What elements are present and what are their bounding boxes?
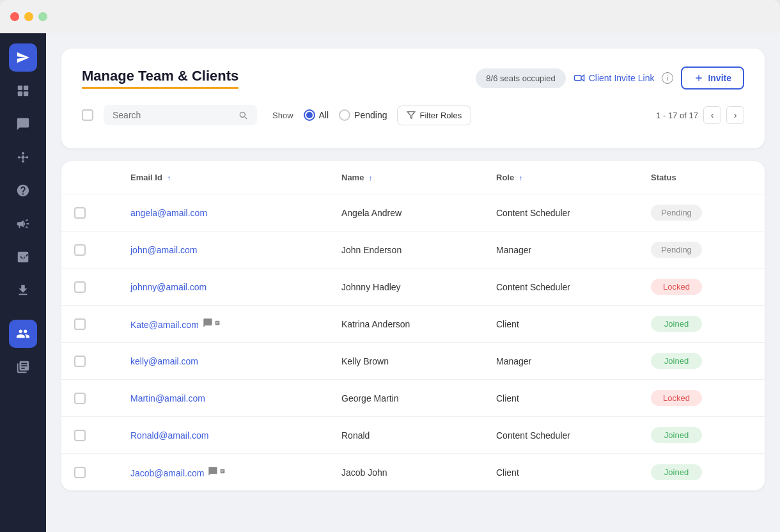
radio-pending-circle	[339, 109, 350, 121]
status-badge: Pending	[651, 242, 702, 258]
row-checkbox[interactable]	[74, 207, 86, 219]
col-header-email[interactable]: Email Id ↑	[118, 161, 329, 194]
col-email-label: Email Id	[130, 173, 162, 182]
navigation-icon[interactable]	[9, 43, 37, 72]
row-email-link[interactable]: john@amail.com	[130, 245, 197, 255]
megaphone-icon[interactable]	[9, 210, 37, 238]
col-header-status: Status	[638, 161, 765, 194]
row-checkbox-cell	[61, 417, 118, 454]
row-checkbox[interactable]	[74, 281, 86, 293]
chat-icon[interactable]	[9, 110, 37, 138]
search-box[interactable]	[104, 105, 257, 125]
row-name-cell: Katrina Anderson	[329, 306, 483, 343]
svg-rect-20	[221, 469, 225, 474]
row-status-cell: Locked	[638, 380, 765, 417]
library-icon[interactable]	[9, 353, 37, 381]
svg-rect-2	[18, 91, 22, 96]
radio-all-label: All	[319, 110, 329, 120]
row-email-cell: Jacob@amail.com	[118, 454, 329, 491]
row-role-cell: Client	[483, 306, 638, 343]
invite-link-label: Client Invite Link	[589, 73, 655, 83]
row-checkbox[interactable]	[74, 393, 86, 404]
search-input[interactable]	[113, 110, 233, 120]
row-checkbox-cell	[61, 343, 118, 380]
status-badge: Joined	[651, 427, 702, 443]
members-table: Email Id ↑ Name ↑ Role ↑ Status	[61, 161, 765, 490]
svg-rect-0	[18, 86, 22, 90]
col-header-role[interactable]: Role ↑	[483, 161, 638, 194]
info-icon[interactable]: i	[662, 72, 673, 84]
row-role-cell: Manager	[483, 231, 638, 269]
prev-page-button[interactable]: ‹	[703, 106, 721, 124]
show-label: Show	[272, 111, 293, 120]
svg-point-6	[26, 156, 29, 159]
title-bar	[0, 0, 780, 33]
row-checkbox-cell	[61, 194, 118, 231]
support-icon[interactable]	[9, 176, 37, 205]
row-email-link[interactable]: Kate@amail.com	[130, 320, 199, 330]
invite-button-label: Invite	[708, 73, 731, 83]
table-row: Martin@amail.com George Martin Client Lo…	[61, 380, 765, 417]
main-content: Manage Team & Clients 8/6 seats occupied…	[46, 33, 780, 532]
radio-pending[interactable]: Pending	[339, 109, 387, 121]
analytics-icon[interactable]	[9, 243, 37, 271]
svg-point-5	[18, 156, 20, 159]
row-checkbox[interactable]	[74, 356, 86, 367]
invite-link-button[interactable]: Client Invite Link	[573, 72, 655, 84]
table-row: kelly@amail.com Kelly Brown Manager Join…	[61, 343, 765, 380]
row-checkbox-cell	[61, 380, 118, 417]
svg-rect-14	[22, 256, 24, 260]
row-name-cell: Kelly Brown	[329, 343, 483, 380]
chat-bubble-icon	[203, 318, 221, 328]
row-email-cell: Ronald@amail.com	[118, 417, 329, 454]
row-status-cell: Joined	[638, 454, 765, 491]
row-status-cell: Locked	[638, 269, 765, 306]
row-email-link[interactable]: angela@amail.com	[130, 208, 207, 218]
row-name-cell: Johnny Hadley	[329, 269, 483, 306]
invite-button[interactable]: Invite	[681, 66, 744, 90]
table-row: john@amail.com John Enderson Manager Pen…	[61, 231, 765, 269]
table-card: Email Id ↑ Name ↑ Role ↑ Status	[61, 161, 765, 490]
dashboard-icon[interactable]	[9, 77, 37, 105]
row-checkbox[interactable]	[74, 430, 86, 441]
download-icon[interactable]	[9, 276, 37, 304]
radio-all[interactable]: All	[304, 109, 329, 121]
filter-roles-label: Filter Roles	[419, 111, 462, 120]
row-status-cell: Joined	[638, 306, 765, 343]
row-name-cell: John Enderson	[329, 231, 483, 269]
row-email-link[interactable]: kelly@amail.com	[130, 356, 198, 366]
svg-point-8	[22, 160, 24, 163]
app-window: Manage Team & Clients 8/6 seats occupied…	[0, 33, 780, 532]
table-row: Kate@amail.com Katrina Anderson Client J…	[61, 306, 765, 343]
maximize-button[interactable]	[38, 12, 47, 21]
col-role-label: Role	[496, 173, 514, 182]
minimize-button[interactable]	[24, 12, 33, 21]
col-header-name[interactable]: Name ↑	[329, 161, 483, 194]
network-icon[interactable]	[9, 143, 37, 171]
sidebar	[0, 33, 46, 532]
header-actions: 8/6 seats occupied Client Invite Link i …	[476, 66, 744, 90]
col-status-label: Status	[651, 173, 676, 182]
svg-point-4	[22, 156, 25, 159]
row-status-cell: Pending	[638, 231, 765, 269]
next-page-button[interactable]: ›	[726, 106, 744, 124]
row-checkbox[interactable]	[74, 467, 86, 478]
row-status-cell: Joined	[638, 417, 765, 454]
svg-rect-16	[574, 75, 581, 81]
row-email-link[interactable]: Jacob@amail.com	[130, 468, 204, 478]
seats-badge: 8/6 seats occupied	[476, 68, 565, 88]
row-checkbox[interactable]	[74, 318, 86, 330]
master-checkbox[interactable]	[82, 109, 93, 121]
team-icon[interactable]	[9, 320, 37, 348]
row-status-cell: Joined	[638, 343, 765, 380]
close-button[interactable]	[10, 12, 19, 21]
row-email-cell: angela@amail.com	[118, 194, 329, 231]
row-email-link[interactable]: johnny@amail.com	[130, 282, 207, 292]
row-email-cell: john@amail.com	[118, 231, 329, 269]
row-role-cell: Content Scheduler	[483, 417, 638, 454]
filter-roles-button[interactable]: Filter Roles	[397, 106, 471, 125]
col-email-sort-icon: ↑	[167, 174, 171, 182]
row-email-link[interactable]: Martin@amail.com	[130, 393, 205, 403]
row-checkbox[interactable]	[74, 244, 86, 256]
row-email-link[interactable]: Ronald@amail.com	[130, 430, 208, 441]
